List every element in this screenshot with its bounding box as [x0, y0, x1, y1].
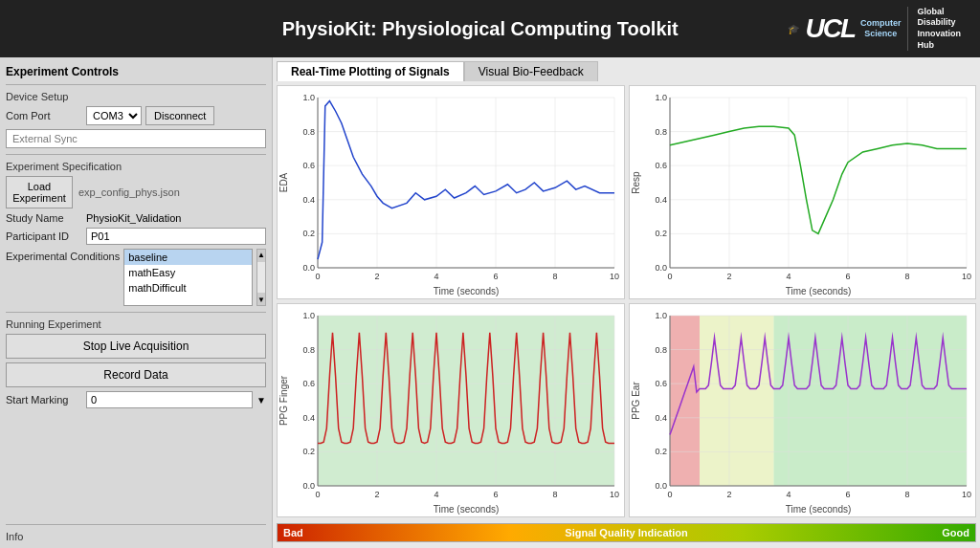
disconnect-button[interactable]: Disconnect — [145, 106, 214, 125]
load-experiment-area: LoadExperiment exp_config_phys.json — [6, 176, 266, 208]
tabs-bar: Real-Time Plotting of Signals Visual Bio… — [277, 61, 976, 81]
conditions-listbox[interactable]: baseline mathEasy mathDifficult — [123, 249, 253, 306]
university-icon: 🎓 — [788, 24, 799, 34]
start-marking-label: Start Marking — [6, 394, 82, 406]
running-experiment-header: Running Experiment — [6, 318, 266, 330]
scroll-track — [257, 262, 265, 293]
tab-biofeedback[interactable]: Visual Bio-Feedback — [464, 61, 598, 81]
condition-math-difficult[interactable]: mathDifficult — [124, 280, 252, 296]
stop-live-acquisition-button[interactable]: Stop Live Acquisition — [6, 334, 266, 359]
com-port-label: Com Port — [6, 110, 82, 121]
global-hub-text: GlobalDisabilityInnovationHub — [907, 7, 962, 52]
quality-indicator-label: Signal Quality Indication — [565, 527, 687, 538]
eda-chart — [277, 85, 625, 299]
external-sync-field[interactable]: External Sync — [6, 129, 266, 148]
resp-chart — [629, 85, 977, 299]
start-marking-dropdown-icon[interactable]: ▼ — [256, 395, 266, 406]
divider-3 — [6, 312, 266, 313]
main-layout: Experiment Controls Device Setup Com Por… — [0, 57, 980, 548]
scroll-down-btn[interactable]: ▼ — [256, 295, 266, 305]
signal-quality-bar: Bad Signal Quality Indication Good — [277, 521, 976, 544]
divider-2 — [6, 154, 266, 155]
device-setup-header: Device Setup — [6, 91, 266, 102]
quality-bad-label: Bad — [283, 527, 303, 538]
start-marking-row: Start Marking ▼ — [6, 391, 266, 408]
record-data-button[interactable]: Record Data — [6, 362, 266, 387]
com-port-row: Com Port COM3 Disconnect — [6, 106, 266, 125]
study-name-row: Study Name PhysioKit_Validation — [6, 212, 266, 224]
config-file-label: exp_config_phys.json — [78, 186, 266, 198]
ucl-logo: UCL — [805, 13, 855, 44]
divider-1 — [6, 84, 266, 85]
ppg-ear-chart — [629, 303, 977, 517]
ppg-ear-canvas — [630, 304, 976, 516]
left-panel: Experiment Controls Device Setup Com Por… — [0, 57, 273, 548]
study-name-value: PhysioKit_Validation — [86, 212, 181, 224]
study-name-label: Study Name — [6, 212, 82, 224]
ppg-finger-canvas — [278, 304, 624, 516]
charts-area — [277, 85, 976, 517]
right-panel: Real-Time Plotting of Signals Visual Bio… — [273, 57, 980, 548]
experimental-conditions-row: Experimental Conditions baseline mathEas… — [6, 249, 266, 306]
ucl-subtitle: ComputerScience — [860, 18, 902, 39]
logo-area: 🎓 UCL ComputerScience GlobalDisabilityIn… — [788, 7, 961, 52]
resp-canvas — [630, 86, 976, 298]
experiment-controls-header: Experiment Controls — [6, 65, 266, 78]
start-marking-input[interactable] — [86, 391, 253, 408]
conditions-scrollbar[interactable]: ▲ ▼ — [256, 249, 266, 306]
scroll-up-btn[interactable]: ▲ — [256, 250, 266, 260]
tab-realtime[interactable]: Real-Time Plotting of Signals — [277, 61, 464, 81]
quality-good-label: Good — [942, 527, 969, 538]
participant-id-input[interactable] — [86, 228, 266, 245]
title-bar: PhysioKit: Physiological Computing Toolk… — [0, 0, 980, 57]
eda-canvas — [278, 86, 624, 298]
divider-4 — [6, 524, 266, 525]
condition-math-easy[interactable]: mathEasy — [124, 265, 252, 280]
participant-id-label: Participant ID — [6, 230, 82, 242]
app-title: PhysioKit: Physiological Computing Toolk… — [172, 18, 788, 40]
load-experiment-button[interactable]: LoadExperiment — [6, 176, 73, 208]
participant-id-row: Participant ID — [6, 228, 266, 245]
condition-baseline[interactable]: baseline — [124, 250, 252, 265]
quality-gradient: Bad Signal Quality Indication Good — [277, 523, 976, 542]
ppg-finger-chart — [277, 303, 625, 517]
info-header: Info — [6, 531, 266, 542]
experiment-spec-header: Experiment Specification — [6, 161, 266, 172]
conditions-label: Experimental Conditions — [6, 249, 120, 262]
com-port-select[interactable]: COM3 — [86, 106, 142, 125]
